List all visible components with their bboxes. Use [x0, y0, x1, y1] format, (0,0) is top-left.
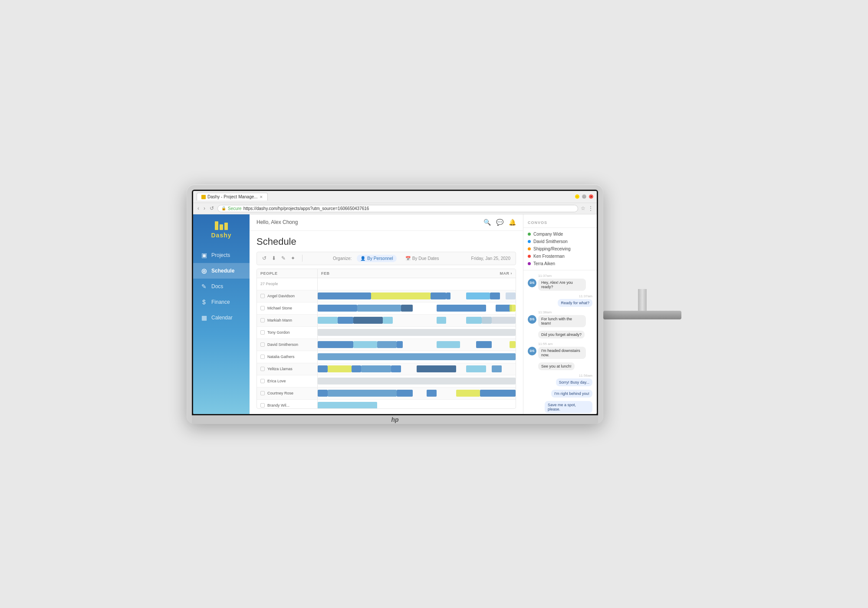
gantt-bar[interactable]	[437, 341, 460, 348]
gantt-bar[interactable]	[318, 317, 338, 324]
gantt-bar[interactable]	[383, 317, 393, 324]
gantt-bar[interactable]	[480, 390, 516, 397]
convo-item[interactable]: David Smitherson	[523, 238, 597, 245]
gantt-bar[interactable]	[437, 305, 486, 312]
gantt-bar[interactable]	[357, 305, 401, 312]
gantt-row[interactable]: David Smitherson	[257, 339, 516, 351]
chat-bubble-row: Ready for what?	[528, 299, 592, 307]
download-icon[interactable]: ⬇	[272, 255, 276, 261]
undo-icon[interactable]: ↺	[262, 255, 266, 261]
minimize-icon[interactable]: −	[575, 194, 579, 199]
gantt-bar[interactable]	[371, 292, 431, 299]
gantt-bars-area	[318, 388, 516, 399]
gantt-row[interactable]: Natalia Gathers	[257, 351, 516, 363]
gantt-bar[interactable]	[318, 402, 377, 409]
gantt-bar[interactable]	[466, 365, 486, 372]
convo-item[interactable]: Company Wide	[523, 230, 597, 238]
gantt-bar[interactable]	[318, 292, 371, 299]
close-icon[interactable]: ✕	[260, 195, 263, 199]
sidebar-item-docs[interactable]: ✎ Docs	[193, 279, 250, 294]
gantt-bar[interactable]	[318, 353, 516, 360]
gantt-checkbox[interactable]	[260, 342, 265, 347]
gantt-row[interactable]: Angel Davidson	[257, 290, 516, 302]
gantt-row[interactable]: Courtney Rose	[257, 388, 516, 400]
back-button[interactable]: ‹	[197, 205, 200, 211]
gantt-row[interactable]: Michael Stone	[257, 302, 516, 315]
convo-item[interactable]: Shipping/Receiving	[523, 245, 597, 253]
gantt-bar[interactable]	[318, 365, 328, 372]
maximize-icon[interactable]: □	[582, 194, 586, 199]
plus-icon[interactable]: ✦	[291, 255, 295, 261]
gantt-bar[interactable]	[506, 292, 516, 299]
gantt-row[interactable]: Markiah Mann	[257, 315, 516, 327]
gantt-bar[interactable]	[338, 317, 353, 324]
date-display: Friday, Jan 25, 2020	[471, 256, 510, 261]
organize-dates-option[interactable]: 📅 By Due Dates	[402, 255, 443, 262]
gantt-checkbox[interactable]	[260, 318, 265, 322]
gantt-bar[interactable]	[446, 292, 450, 299]
finance-label: Finance	[211, 299, 230, 305]
gantt-checkbox[interactable]	[260, 355, 265, 359]
edit-icon[interactable]: ✎	[281, 255, 286, 261]
gantt-bar[interactable]	[476, 341, 492, 348]
gantt-bar[interactable]	[328, 365, 352, 372]
gantt-bar[interactable]	[492, 365, 502, 372]
gantt-bar[interactable]	[466, 292, 490, 299]
gantt-checkbox[interactable]	[260, 379, 265, 383]
gantt-bar[interactable]	[482, 317, 492, 324]
refresh-button[interactable]: ↺	[209, 205, 215, 211]
sidebar-item-schedule[interactable]: ◎ Schedule	[193, 263, 250, 279]
gantt-bar[interactable]	[318, 341, 353, 348]
gantt-bar[interactable]	[377, 341, 397, 348]
gantt-bar[interactable]	[437, 317, 447, 324]
gantt-checkbox[interactable]	[260, 391, 265, 395]
organize-personnel-option[interactable]: 👤 By Personnel	[357, 255, 396, 262]
gantt-row[interactable]: Brandy Wil...	[257, 400, 516, 409]
gantt-bar[interactable]	[431, 292, 446, 299]
gantt-bar[interactable]	[318, 390, 328, 397]
gantt-checkbox[interactable]	[260, 294, 265, 298]
sidebar-item-finance[interactable]: $ Finance	[193, 294, 250, 310]
gantt-bar[interactable]	[391, 365, 401, 372]
gantt-person-name: Erica Love	[267, 379, 286, 383]
sidebar-item-calendar[interactable]: ▦ Calendar	[193, 310, 250, 325]
gantt-checkbox[interactable]	[260, 367, 265, 371]
gantt-row[interactable]: Yelitza Llamas	[257, 363, 516, 375]
gantt-bar[interactable]	[456, 390, 480, 397]
gantt-checkbox[interactable]	[260, 306, 265, 310]
gantt-bar[interactable]	[492, 317, 516, 324]
gantt-bar[interactable]	[318, 329, 516, 336]
close-window-icon[interactable]: ✕	[589, 194, 593, 199]
bookmark-icon[interactable]: ☆	[581, 205, 585, 211]
convo-item[interactable]: Terra Aiken	[523, 260, 597, 267]
gantt-bar[interactable]	[318, 378, 516, 385]
gantt-bar[interactable]	[397, 341, 403, 348]
gantt-bar[interactable]	[353, 341, 377, 348]
chat-icon[interactable]: 💬	[496, 219, 503, 226]
gantt-checkbox[interactable]	[260, 330, 265, 335]
browser-tab-active[interactable]: Dashy - Project Manage... ✕	[197, 193, 268, 200]
notifications-icon[interactable]: 🔔	[509, 219, 516, 226]
gantt-bar[interactable]	[466, 317, 482, 324]
convo-item[interactable]: Ken Frosterman	[523, 253, 597, 260]
url-field[interactable]: 🔒 Secure https://dashy.com/hp/projects/a…	[217, 205, 578, 212]
gantt-bar[interactable]	[510, 341, 516, 348]
menu-icon[interactable]: ⋮	[588, 205, 593, 211]
gantt-bar[interactable]	[490, 292, 500, 299]
gantt-bar[interactable]	[361, 365, 391, 372]
gantt-row[interactable]: Tony Gordon	[257, 327, 516, 339]
gantt-bar[interactable]	[318, 305, 357, 312]
gantt-checkbox[interactable]	[260, 403, 265, 408]
gantt-bar[interactable]	[510, 305, 516, 312]
gantt-bar[interactable]	[353, 317, 383, 324]
gantt-bar[interactable]	[427, 390, 437, 397]
forward-button[interactable]: ›	[203, 205, 206, 211]
gantt-bar[interactable]	[397, 390, 412, 397]
gantt-bar[interactable]	[401, 305, 413, 312]
search-icon[interactable]: 🔍	[483, 219, 491, 226]
sidebar-item-projects[interactable]: ▣ Projects	[193, 247, 250, 263]
gantt-bar[interactable]	[417, 365, 456, 372]
gantt-row[interactable]: Erica Love	[257, 375, 516, 388]
gantt-bar[interactable]	[352, 365, 362, 372]
gantt-bar[interactable]	[328, 390, 397, 397]
